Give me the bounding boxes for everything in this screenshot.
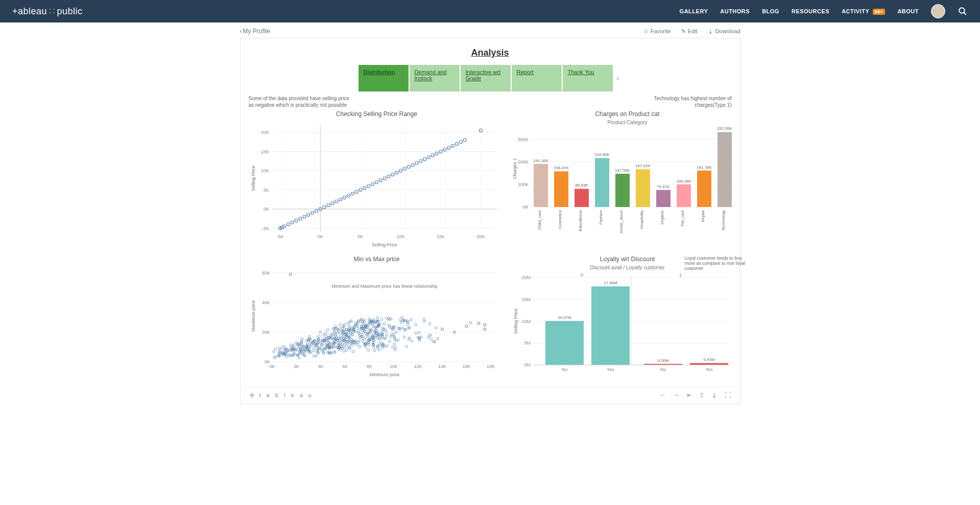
download-button[interactable]: ⭳ Download [708, 28, 740, 35]
svg-point-188 [410, 318, 412, 321]
svg-text:Organic: Organic [660, 210, 664, 224]
story-tab[interactable]: Interactive wrt Grade [460, 64, 511, 92]
svg-text:Selling Price: Selling Price [513, 308, 518, 334]
back-to-profile[interactable]: ‹ My Profile [240, 28, 270, 35]
svg-point-336 [368, 343, 370, 346]
story-tab[interactable]: Distribution [358, 64, 409, 92]
viz-action-bar: ‹ My Profile ☆ Favorite ✎ Edit ⭳ Downloa… [240, 22, 740, 38]
svg-rect-719 [690, 363, 728, 365]
svg-text:8K: 8K [366, 364, 372, 369]
svg-point-40 [323, 205, 326, 209]
svg-point-528 [356, 327, 359, 330]
edit-button[interactable]: ✎ Edit [681, 28, 698, 35]
svg-text:100.28K: 100.28K [676, 179, 691, 183]
svg-point-248 [405, 346, 408, 348]
svg-point-471 [411, 340, 413, 342]
user-avatar[interactable] [931, 4, 945, 18]
story-tab[interactable]: Report [511, 64, 562, 92]
svg-text:100K: 100K [517, 182, 528, 187]
nav-resources[interactable]: RESOURCES [792, 8, 829, 14]
download-icon: ⭳ [708, 28, 713, 34]
svg-point-32 [291, 221, 294, 224]
chart-charges-product-cat[interactable]: Charges on Product cat Product Category … [510, 110, 745, 252]
svg-text:200K: 200K [517, 159, 528, 165]
svg-point-693 [289, 273, 292, 276]
svg-text:20K: 20K [260, 130, 269, 135]
svg-text:15K: 15K [436, 234, 444, 239]
chart-loyalty-discount[interactable]: Loyal customer tends to buy more as comp… [510, 256, 745, 383]
svg-rect-93 [575, 189, 589, 207]
chart-min-vs-max[interactable]: Min vs Max price 0K20K40K60K0K2K4K6K8K10… [247, 256, 507, 383]
svg-point-167 [315, 355, 317, 357]
svg-point-689 [465, 325, 468, 328]
svg-point-280 [322, 334, 325, 336]
svg-text:No: No [660, 367, 666, 372]
star-icon: ☆ [643, 28, 649, 35]
svg-point-45 [343, 196, 346, 199]
svg-point-72 [451, 144, 454, 147]
svg-text:2K: 2K [294, 364, 299, 369]
svg-line-1 [964, 12, 966, 15]
tableau-footer-logo[interactable]: ✢ t a b l e a u [250, 392, 314, 399]
undo-icon[interactable]: ← [660, 392, 666, 399]
nav-activity[interactable]: ACTIVITY 99+ [842, 8, 885, 14]
svg-point-543 [341, 327, 344, 330]
svg-point-47 [351, 192, 354, 195]
svg-point-68 [435, 152, 438, 155]
svg-point-673 [371, 325, 374, 328]
svg-point-486 [391, 346, 394, 349]
svg-point-408 [348, 343, 351, 346]
svg-point-186 [352, 350, 354, 353]
share-icon[interactable]: ⇪ [699, 392, 704, 399]
svg-point-185 [361, 340, 364, 343]
tableau-mark-icon: ✢ [250, 392, 256, 399]
svg-text:Educational: Educational [578, 210, 583, 232]
svg-point-62 [411, 164, 414, 167]
viz-footer: ✢ t a b l e a u ← → ⇤ ⇪ ⭳ ⛶ [245, 387, 736, 401]
redo-icon[interactable]: → [674, 392, 680, 399]
svg-point-692 [483, 324, 486, 326]
story-tab[interactable]: Demand and Instock [409, 64, 460, 92]
chart-selling-price-range[interactable]: Checking Selling Price Range -5K0K5K10K1… [247, 110, 507, 252]
pencil-icon: ✎ [681, 28, 686, 35]
favorite-button[interactable]: ☆ Favorite [643, 28, 671, 35]
svg-point-64 [419, 159, 422, 163]
download-footer-icon[interactable]: ⭳ [711, 392, 718, 399]
nav-gallery[interactable]: GALLERY [680, 8, 708, 14]
nav-about[interactable]: ABOUT [897, 8, 919, 14]
svg-text:No: No [561, 367, 567, 372]
svg-point-495 [436, 337, 439, 340]
svg-point-637 [399, 319, 401, 322]
svg-point-553 [326, 329, 329, 331]
nav-blog[interactable]: BLOG [762, 8, 779, 14]
svg-point-61 [407, 166, 410, 169]
svg-point-623 [385, 317, 388, 319]
svg-text:0.26M: 0.26M [657, 358, 669, 363]
tableau-public-logo[interactable]: +ableau ∷ public [12, 6, 83, 17]
svg-point-33 [295, 219, 298, 222]
svg-text:Child_care: Child_care [537, 210, 542, 229]
next-tab-chevron-icon[interactable]: › [613, 74, 623, 83]
svg-point-54 [379, 179, 382, 182]
svg-text:0K: 0K [522, 204, 528, 210]
svg-point-477 [282, 345, 284, 348]
svg-point-612 [339, 324, 341, 326]
svg-text:10.07M: 10.07M [558, 315, 571, 320]
fullscreen-icon[interactable]: ⛶ [725, 392, 731, 399]
svg-point-44 [339, 198, 342, 201]
svg-point-53 [375, 181, 378, 184]
svg-point-0 [959, 8, 965, 13]
svg-text:0K: 0K [317, 234, 323, 239]
svg-text:10M: 10M [521, 319, 531, 324]
reset-icon[interactable]: ⇤ [687, 392, 692, 399]
search-icon[interactable] [958, 6, 968, 16]
svg-text:Maximum price: Maximum price [251, 300, 256, 331]
story-tab[interactable]: Thank You [562, 64, 613, 92]
svg-point-43 [334, 200, 338, 203]
svg-point-350 [358, 345, 361, 348]
svg-point-37 [310, 212, 314, 215]
nav-authors[interactable]: AUTHORS [720, 8, 750, 14]
svg-text:75.67K: 75.67K [657, 185, 670, 189]
svg-text:Selling Price: Selling Price [251, 166, 256, 191]
svg-rect-90 [554, 171, 568, 207]
